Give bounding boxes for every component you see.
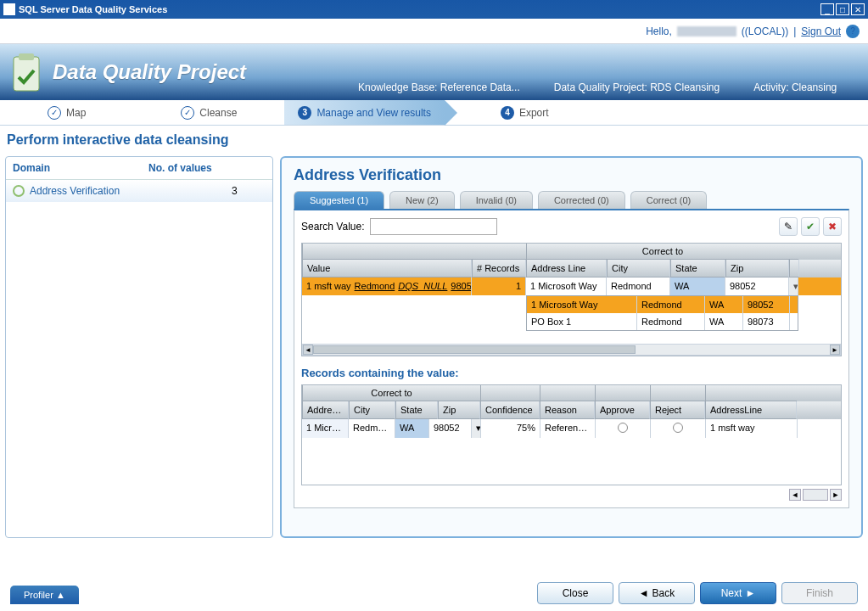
username-redacted [677,26,736,36]
dropdown-toggle[interactable]: ▾ [789,277,798,295]
col-values: No. of values [148,162,266,174]
panel-heading: Address Verification [294,166,849,184]
cell-state[interactable]: WA [670,277,725,295]
addr-text[interactable]: 1 Microsoft Way [530,281,596,291]
records-grid: Correct to Address L City State Zip Conf… [301,384,842,485]
col-zip2[interactable]: Zip [438,401,480,419]
profiler-expander[interactable]: Profiler ▲ [10,586,79,604]
maximize-button[interactable]: □ [836,3,849,15]
rc-state[interactable]: WA [395,419,429,438]
blank [650,385,705,401]
records-hscroll: ◄ ► [301,489,842,501]
opt-state: WA [705,296,743,313]
opt-addr: PO Box 1 [527,313,637,330]
super-value-blank [302,244,526,260]
record-row[interactable]: 1 Microsof Redmond WA 98052 ▾ 75% Refere… [302,419,841,438]
correct-to-dropdown: 1 Microsoft Way Redmond WA 98052 PO Box … [526,295,798,331]
rc-dropdown-toggle[interactable]: ▾ [472,419,481,438]
scroll-right-icon[interactable]: ► [830,345,840,355]
app-title: Data Quality Project [53,60,341,84]
tab-correct[interactable]: Correct (0) [630,191,708,209]
rc-reason: Reference d [540,419,596,438]
opt-city: Redmond [637,313,705,330]
scroll-left-icon[interactable]: ◄ [789,489,801,501]
grid-hscrollbar[interactable]: ◄ ► [302,344,841,356]
section-title: Perform interactive data cleansing [0,126,868,151]
col-domain: Domain [13,162,148,174]
domain-row-address-verification[interactable]: Address Verification 3 [6,180,272,202]
col-conf[interactable]: Confidence [480,401,540,419]
dropdown-option[interactable]: PO Box 1 Redmond WA 98073 [527,313,798,330]
tab-new[interactable]: New (2) [389,191,455,209]
step-export[interactable]: 4 Export [487,100,563,125]
super-correct-to: Correct to [526,244,798,260]
tab-corrected[interactable]: Corrected (0) [538,191,625,209]
step-number: 4 [501,106,514,120]
user-bar: Hello, ((LOCAL)) | Sign Out ? [0,19,868,44]
col-value[interactable]: Value [302,260,472,277]
rc-approve[interactable] [596,419,651,438]
window-titlebar: SQL Server Data Quality Services _ □ ✕ [0,0,868,19]
cell-zip[interactable]: 98052 [725,277,789,295]
col-more[interactable] [789,260,799,277]
step-cleanse[interactable]: ✓ Cleanse [167,100,250,125]
step-manage-view-results[interactable]: 3 Manage and View results [284,100,445,125]
main-panel: Address Verification Suggested (1) New (… [280,156,863,538]
col-city[interactable]: City [607,260,670,277]
rc-reject[interactable] [651,419,706,438]
opt-addr: 1 Microsoft Way [527,296,637,313]
col-reason[interactable]: Reason [540,401,595,419]
col-state[interactable]: State [670,260,725,277]
radio-icon [673,423,683,433]
col-addr2[interactable]: Address L [302,401,349,419]
chevron-left-icon: ◄ [639,587,649,599]
back-button[interactable]: ◄ Back [619,582,695,604]
col-addr[interactable]: Address Line [526,260,607,277]
col-reject[interactable]: Reject [650,401,705,419]
blank [480,385,540,401]
next-button[interactable]: Next ► [700,582,776,604]
dropdown-option[interactable]: 1 Microsoft Way Redmond WA 98052 [527,296,798,313]
activity-label: Activity: Cleansing [753,81,837,93]
minimize-button[interactable]: _ [820,3,834,15]
app-icon [3,3,15,15]
wizard-steps: ✓ Map ✓ Cleanse 3 Manage and View result… [0,100,868,126]
scroll-right-icon[interactable]: ► [830,489,842,501]
domain-name: Address Verification [30,185,232,197]
window-title: SQL Server Data Quality Services [19,4,819,14]
step-label: Export [519,107,549,119]
rc-conf: 75% [481,419,540,438]
col-state2[interactable]: State [395,401,438,419]
col-addrline[interactable]: AddressLine [705,401,797,419]
help-icon[interactable]: ? [846,25,860,38]
spellcheck-button[interactable]: ✎ [779,217,798,236]
tab-invalid[interactable]: Invalid (0) [460,191,533,209]
rc-addrline: 1 msft way [706,419,798,438]
scroll-thumb[interactable] [313,345,636,354]
cell-city[interactable]: Redmond [607,277,670,295]
scroll-left-icon[interactable]: ◄ [303,345,313,355]
col-records[interactable]: # Records [472,260,526,277]
col-approve[interactable]: Approve [595,401,650,419]
rc-city[interactable]: Redmond [349,419,395,438]
rc-zip[interactable]: 98052 [429,419,472,438]
value-row[interactable]: 1 msft way Redmond DQS_NULL 98052 1 1 Mi… [302,277,841,295]
reject-all-button[interactable]: ✖ [823,217,842,236]
step-label: Manage and View results [316,107,431,119]
footer-buttons: Close ◄ Back Next ► Finish [537,582,858,604]
approve-all-button[interactable]: ✔ [801,217,820,236]
chevron-right-icon: ► [745,587,755,599]
radio-icon [618,423,628,433]
close-button[interactable]: Close [537,582,613,604]
col-zip[interactable]: Zip [725,260,789,277]
cell-records: 1 [472,277,526,295]
tab-suggested[interactable]: Suggested (1) [294,191,384,209]
search-input[interactable] [370,218,497,235]
rc-addr[interactable]: 1 Microsof [302,419,349,438]
close-window-button[interactable]: ✕ [851,3,865,15]
sign-out-link[interactable]: Sign Out [801,25,841,37]
super-correct-to-2: Correct to [302,385,480,401]
col-city2[interactable]: City [349,401,395,419]
scroll-thumb[interactable] [803,489,828,501]
step-map[interactable]: ✓ Map [34,100,99,125]
